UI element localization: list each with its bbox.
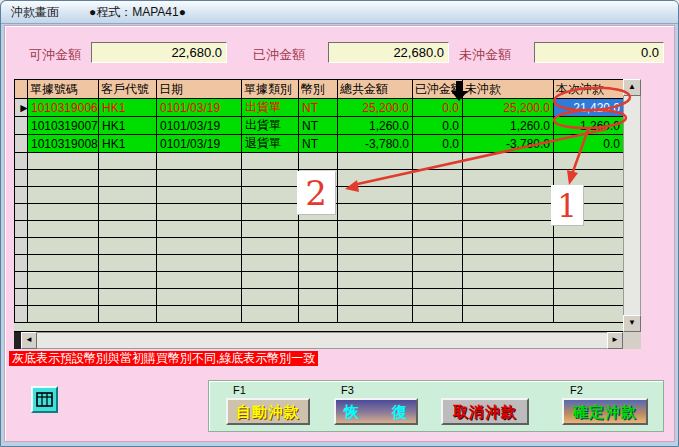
empty-cell <box>28 238 99 255</box>
empty-cell <box>554 272 624 289</box>
column-header-date: 日期 <box>157 80 242 99</box>
table-empty-row <box>15 255 624 272</box>
cell-written-off[interactable]: 0.0 <box>413 117 463 135</box>
remaining-amount-field[interactable]: 0.0 <box>534 42 664 63</box>
empty-cell <box>28 187 99 204</box>
cell-doc-type[interactable]: 出貨單 <box>242 99 299 117</box>
table-row[interactable]: 1010319008 HK1 0101/03/19 退貨單 NT -3,780.… <box>15 135 624 153</box>
empty-cell <box>299 221 338 238</box>
cell-this-writeoff[interactable]: 1,260.0 <box>554 117 624 135</box>
cell-this-writeoff-selected[interactable]: 21,420.0 <box>554 99 624 117</box>
empty-cell <box>413 272 463 289</box>
empty-cell <box>463 289 554 306</box>
cell-unsettled[interactable]: 25,200.0 <box>463 99 554 117</box>
empty-cell <box>28 255 99 272</box>
annotation-callout-2: 2 <box>297 171 335 214</box>
scroll-down-button[interactable]: ▼ <box>623 315 641 332</box>
empty-cell <box>338 255 413 272</box>
cell-total[interactable]: 25,200.0 <box>338 99 413 117</box>
scroll-up-button[interactable]: ▲ <box>623 79 641 96</box>
column-header-total: 總共金額 <box>338 80 413 99</box>
left-arrow-icon: ◄ <box>25 335 33 344</box>
cell-date[interactable]: 0101/03/19 <box>157 99 242 117</box>
empty-cell <box>463 255 554 272</box>
empty-cell <box>157 170 242 187</box>
empty-cell <box>242 255 299 272</box>
cell-date[interactable]: 0101/03/19 <box>157 117 242 135</box>
written-off-amount-field[interactable]: 22,680.0 <box>328 42 449 63</box>
empty-cell <box>242 204 299 221</box>
empty-cell <box>99 221 157 238</box>
horizontal-scrollbar[interactable] <box>14 332 623 349</box>
cell-this-writeoff[interactable]: 0.0 <box>554 135 624 153</box>
empty-cell <box>463 221 554 238</box>
empty-cell <box>463 187 554 204</box>
empty-cell <box>242 306 299 323</box>
fkey-label-f1: F1 <box>233 384 246 396</box>
scroll-right-button[interactable]: ► <box>607 332 623 349</box>
empty-cell <box>338 272 413 289</box>
empty-cell <box>242 221 299 238</box>
cell-written-off[interactable]: 0.0 <box>413 135 463 153</box>
available-amount-field[interactable]: 22,680.0 <box>91 42 227 63</box>
vertical-scrollbar[interactable] <box>623 79 641 332</box>
cell-currency[interactable]: NT <box>299 99 338 117</box>
cell-total[interactable]: -3,780.0 <box>338 135 413 153</box>
cell-currency[interactable]: NT <box>299 117 338 135</box>
row-selector-header <box>15 80 28 99</box>
cancel-writeoff-button[interactable]: 取消沖款 <box>441 398 529 425</box>
empty-cell <box>242 187 299 204</box>
cell-unsettled[interactable]: 1,260.0 <box>463 117 554 135</box>
down-arrow-icon: ▼ <box>628 318 636 327</box>
empty-cell <box>157 153 242 170</box>
row-selector <box>15 306 28 323</box>
auto-writeoff-button[interactable]: 自動沖款 <box>226 398 310 425</box>
cell-doc-number[interactable]: 1010319008 <box>28 135 99 153</box>
empty-cell <box>554 170 624 187</box>
empty-cell <box>28 272 99 289</box>
row-selector <box>15 135 28 153</box>
cell-doc-type[interactable]: 退貨單 <box>242 135 299 153</box>
table-row[interactable]: 1010319007 HK1 0101/03/19 出貨單 NT 1,260.0… <box>15 117 624 135</box>
empty-cell <box>299 255 338 272</box>
row-selector <box>15 289 28 306</box>
cell-customer[interactable]: HK1 <box>99 99 157 117</box>
empty-cell <box>338 289 413 306</box>
cell-currency[interactable]: NT <box>299 135 338 153</box>
empty-cell <box>554 289 624 306</box>
cell-doc-number[interactable]: 1010319006 <box>28 99 99 117</box>
empty-cell <box>463 153 554 170</box>
scroll-left-button[interactable]: ◄ <box>21 332 37 349</box>
empty-cell <box>554 306 624 323</box>
scrollbar-notch <box>14 332 21 349</box>
cell-customer[interactable]: HK1 <box>99 117 157 135</box>
written-off-amount-label: 已沖金額 <box>253 46 305 64</box>
restore-button[interactable]: 恢 復 <box>334 398 418 425</box>
cell-written-off[interactable]: 0.0 <box>413 99 463 117</box>
cell-customer[interactable]: HK1 <box>99 135 157 153</box>
grid-view-button[interactable] <box>31 386 58 413</box>
column-header-doc-type: 單據類別 <box>242 80 299 99</box>
confirm-writeoff-button[interactable]: 確定沖款 <box>562 398 648 425</box>
empty-cell <box>28 289 99 306</box>
cell-doc-type[interactable]: 出貨單 <box>242 117 299 135</box>
scrollbar-corner <box>623 332 641 349</box>
empty-cell <box>299 272 338 289</box>
cell-total[interactable]: 1,260.0 <box>338 117 413 135</box>
window-title: 沖款畫面 <box>11 1 59 23</box>
column-header-written-off: 已沖金額 <box>413 80 463 99</box>
up-arrow-icon: ▲ <box>628 82 636 91</box>
row-selector <box>15 170 28 187</box>
empty-cell <box>157 272 242 289</box>
empty-cell <box>299 153 338 170</box>
row-selector-marker: ► <box>15 99 28 117</box>
cell-date[interactable]: 0101/03/19 <box>157 135 242 153</box>
table-empty-row <box>15 153 624 170</box>
currency-notice: 灰底表示預設幣別與當初購買幣別不同,綠底表示幣別一致 <box>9 351 318 366</box>
empty-cell <box>338 306 413 323</box>
cell-doc-number[interactable]: 1010319007 <box>28 117 99 135</box>
cell-unsettled[interactable]: -3,780.0 <box>463 135 554 153</box>
table-header-row: 單據號碼 客戶代號 日期 單據類別 幣別 總共金額 已沖金額 未沖款 本次沖款 <box>15 80 624 99</box>
table-row[interactable]: ► 1010319006 HK1 0101/03/19 出貨單 NT 25,20… <box>15 99 624 117</box>
empty-cell <box>413 153 463 170</box>
